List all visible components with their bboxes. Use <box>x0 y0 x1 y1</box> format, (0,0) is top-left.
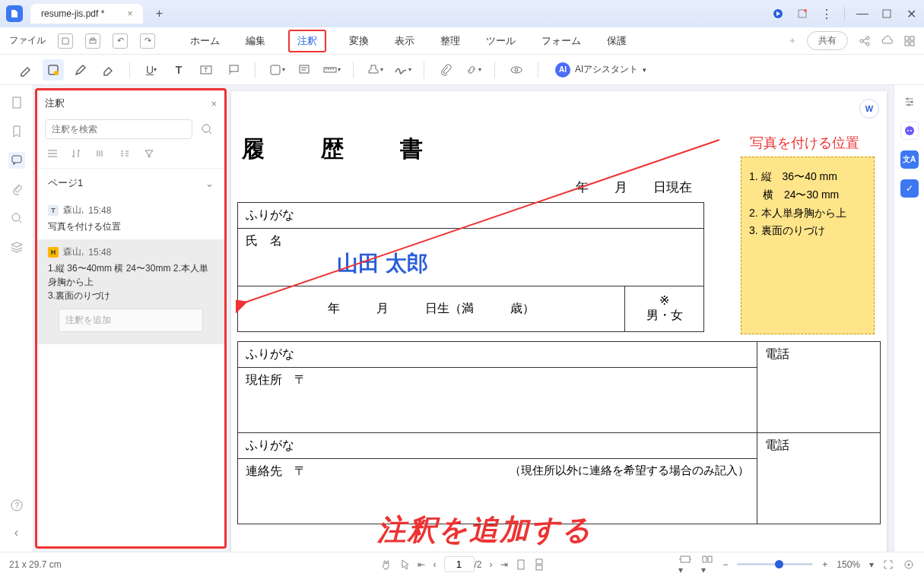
layers-icon[interactable] <box>8 239 25 255</box>
menu-convert[interactable]: 変換 <box>346 30 372 52</box>
zoom-slider[interactable] <box>737 563 813 565</box>
continuous-icon[interactable] <box>534 559 545 571</box>
svg-rect-38 <box>536 565 542 570</box>
search-input[interactable] <box>45 119 192 139</box>
stamp-icon[interactable]: ▾ <box>364 59 386 81</box>
collapse-icon[interactable]: ‹ <box>8 524 25 541</box>
new-tab-button[interactable]: + <box>151 5 167 22</box>
prev-page-icon[interactable]: ‹ <box>433 559 436 570</box>
svg-rect-37 <box>536 559 542 564</box>
menu-comment[interactable]: 注釈 <box>288 30 326 52</box>
document-area[interactable]: W 履 歴 書 年 月 日現在 ふりがな 氏 名 山田 太郎 年 月 日生（満 … <box>227 85 894 552</box>
sort-icon[interactable] <box>71 148 84 162</box>
first-page-icon[interactable]: ⇤ <box>418 559 425 570</box>
area-highlight-icon[interactable] <box>43 59 64 81</box>
zoom-out-icon[interactable]: − <box>722 559 728 570</box>
eraser-icon[interactable] <box>97 59 119 81</box>
grid-icon[interactable] <box>904 36 915 46</box>
single-page-icon[interactable] <box>516 559 526 571</box>
bookmarks-icon[interactable] <box>8 123 25 140</box>
svg-text:?: ? <box>14 502 19 510</box>
svg-point-14 <box>54 71 59 75</box>
underline-icon[interactable]: U▾ <box>141 59 162 81</box>
list-icon[interactable] <box>46 148 60 162</box>
svg-point-34 <box>907 130 909 131</box>
link-icon[interactable]: ▾ <box>462 59 484 81</box>
fullscreen-icon[interactable] <box>883 559 894 570</box>
document-tab[interactable]: resume-jis.pdf * × <box>30 4 143 24</box>
zoom-value: 150% <box>837 559 860 570</box>
search-icon[interactable] <box>197 119 217 139</box>
collapse-all-icon[interactable] <box>119 148 133 162</box>
note-icon[interactable] <box>294 59 315 81</box>
attachments-icon[interactable] <box>8 181 25 198</box>
svg-point-7 <box>866 36 869 40</box>
page-input[interactable] <box>443 556 474 572</box>
ai-chat-icon[interactable] <box>900 122 919 140</box>
kebab-menu-icon[interactable]: ⋮ <box>820 7 834 21</box>
ai-assistant-button[interactable]: AI AIアシスタント▾ <box>555 62 646 78</box>
menu-edit[interactable]: 編集 <box>243 30 268 52</box>
panel-close-icon[interactable]: × <box>211 98 217 109</box>
close-button[interactable]: ✕ <box>904 7 918 21</box>
attachment-icon[interactable] <box>435 59 456 81</box>
textbox-icon[interactable]: T <box>195 59 217 81</box>
chevron-down-icon: ⌄ <box>205 178 214 189</box>
thumbnails-icon[interactable] <box>8 94 25 111</box>
next-page-icon[interactable]: › <box>490 559 493 570</box>
name-field: 山田 太郎 <box>246 249 696 278</box>
reading-mode-icon[interactable]: ▾ <box>701 554 713 575</box>
zoom-in-icon[interactable]: + <box>822 559 827 570</box>
word-export-icon[interactable]: W <box>859 99 879 119</box>
menu-view[interactable]: 表示 <box>392 30 418 52</box>
filter-icon[interactable] <box>144 148 157 162</box>
hide-icon[interactable] <box>506 59 527 81</box>
help-icon[interactable]: ? <box>8 497 25 514</box>
file-menu[interactable]: ファイル <box>9 34 46 47</box>
search-rail-icon[interactable] <box>8 210 25 226</box>
menu-home[interactable]: ホーム <box>187 30 223 52</box>
svg-point-21 <box>511 67 522 73</box>
translate-icon[interactable]: 文A <box>900 150 919 169</box>
svg-rect-9 <box>905 36 909 40</box>
comment-item-1[interactable]: T森山, 15:48 写真を付ける位置 <box>37 198 224 239</box>
signature-icon[interactable]: ▾ <box>392 59 413 81</box>
notification-icon[interactable] <box>771 7 785 21</box>
shape-icon[interactable]: ▾ <box>266 59 287 81</box>
expand-icon[interactable] <box>95 148 109 162</box>
focus-icon[interactable] <box>903 559 915 571</box>
menu-protect[interactable]: 保護 <box>604 30 630 52</box>
callout-icon[interactable] <box>223 59 244 81</box>
share-link-icon[interactable] <box>859 35 871 47</box>
last-page-icon[interactable]: ⇥ <box>500 559 508 570</box>
svg-rect-20 <box>324 68 336 72</box>
pencil-icon[interactable] <box>70 59 91 81</box>
tab-close-icon[interactable]: × <box>127 8 132 19</box>
highlighter-icon[interactable] <box>15 59 37 81</box>
measure-icon[interactable]: ▾ <box>321 59 342 81</box>
hand-tool-icon[interactable] <box>379 559 392 571</box>
minimize-button[interactable]: — <box>856 7 869 21</box>
cloud-icon[interactable] <box>881 36 894 46</box>
check-icon[interactable]: ✓ <box>900 179 919 198</box>
fit-width-icon[interactable]: ▾ <box>678 554 692 575</box>
comments-icon[interactable] <box>8 152 25 169</box>
settings-icon[interactable] <box>900 93 919 111</box>
add-reply-input[interactable]: 注釈を追加 <box>59 309 203 332</box>
sticky-note[interactable]: 1. 縦 36〜40 mm 横 24〜30 mm 2. 本人単身胸から上 3. … <box>741 157 875 334</box>
text-icon[interactable]: T <box>168 59 189 81</box>
print-icon[interactable] <box>85 33 100 49</box>
menu-organize[interactable]: 整理 <box>437 30 463 52</box>
comment-item-2[interactable]: H森山, 15:48 1.縦 36〜40mm 横 24〜30mm 2.本人単身胸… <box>37 239 224 344</box>
redo-icon[interactable]: ↷ <box>140 33 155 49</box>
save-icon[interactable] <box>58 33 73 49</box>
share-button[interactable]: 共有 <box>807 31 848 50</box>
page-section[interactable]: ページ1 ⌄ <box>37 169 224 198</box>
undo-icon[interactable]: ↶ <box>113 33 128 49</box>
select-tool-icon[interactable] <box>399 559 410 571</box>
lightbulb-icon[interactable]: ✦ <box>789 36 796 46</box>
menu-form[interactable]: フォーム <box>538 30 584 52</box>
window-icon[interactable] <box>795 7 809 21</box>
maximize-button[interactable] <box>880 7 894 21</box>
menu-tools[interactable]: ツール <box>483 30 519 52</box>
